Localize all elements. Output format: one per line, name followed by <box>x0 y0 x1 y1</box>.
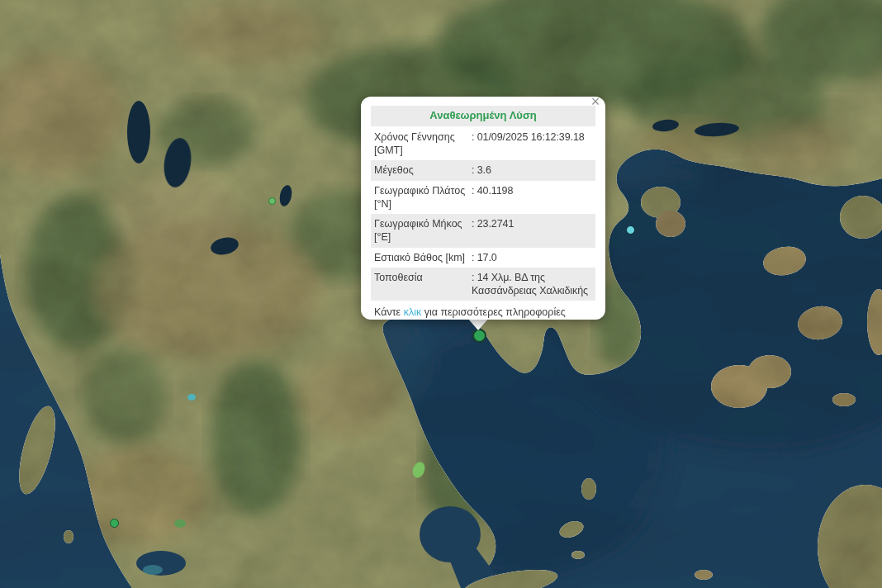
popup-row-depth: Εστιακό Βάθος [km] : 17.0 <box>371 248 595 268</box>
selected-event-marker[interactable] <box>472 329 486 343</box>
popup-row-location: Τοποθεσία : 14 Χλμ. ΒΔ της Κασσάνδρειας … <box>371 268 595 301</box>
row-value: : 40.1198 <box>467 184 592 197</box>
popup-footer: Κάντε κλικ για περισσότερες πληροφορίες <box>371 301 595 319</box>
popup-row-magnitude: Μέγεθος : 3.6 <box>371 160 595 180</box>
more-info-link[interactable]: κλικ <box>404 306 422 318</box>
popup-title: Αναθεωρημένη Λύση <box>371 106 595 126</box>
row-value: : 01/09/2025 16:12:39.18 <box>467 130 592 144</box>
earthquake-popup: Αναθεωρημένη Λύση Χρόνος Γέννησης [GMT] … <box>361 97 605 320</box>
event-marker-green[interactable] <box>110 519 119 528</box>
popup-tail <box>467 318 489 330</box>
footer-text-suffix: για περισσότερες πληροφορίες <box>421 306 566 318</box>
popup-row-longitude: Γεωγραφικό Μήκος [°E] : 23.2741 <box>371 214 595 248</box>
popup-close-button[interactable]: × <box>586 92 605 111</box>
row-value: : 23.2741 <box>467 217 592 230</box>
popup-row-origin-time: Χρόνος Γέννησης [GMT] : 01/09/2025 16:12… <box>371 127 595 161</box>
row-label: Εστιακό Βάθος [km] <box>374 251 467 264</box>
footer-text-prefix: Κάντε <box>374 306 404 318</box>
row-label: Χρόνος Γέννησης [GMT] <box>374 130 467 158</box>
row-label: Μέγεθος <box>374 164 467 177</box>
event-marker-teal[interactable] <box>626 225 635 235</box>
row-label: Τοποθεσία <box>374 271 467 284</box>
popup-row-latitude: Γεωγραφικό Πλάτος [°N] : 40.1198 <box>371 181 595 215</box>
row-label: Γεωγραφικό Μήκος [°E] <box>374 217 467 244</box>
row-value: : 3.6 <box>467 164 592 177</box>
row-value: : 17.0 <box>467 251 592 264</box>
row-label: Γεωγραφικό Πλάτος [°N] <box>374 184 467 211</box>
row-value: : 14 Χλμ. ΒΔ της Κασσάνδρειας Χαλκιδικής <box>467 271 592 298</box>
event-marker-small-green[interactable] <box>268 197 276 205</box>
